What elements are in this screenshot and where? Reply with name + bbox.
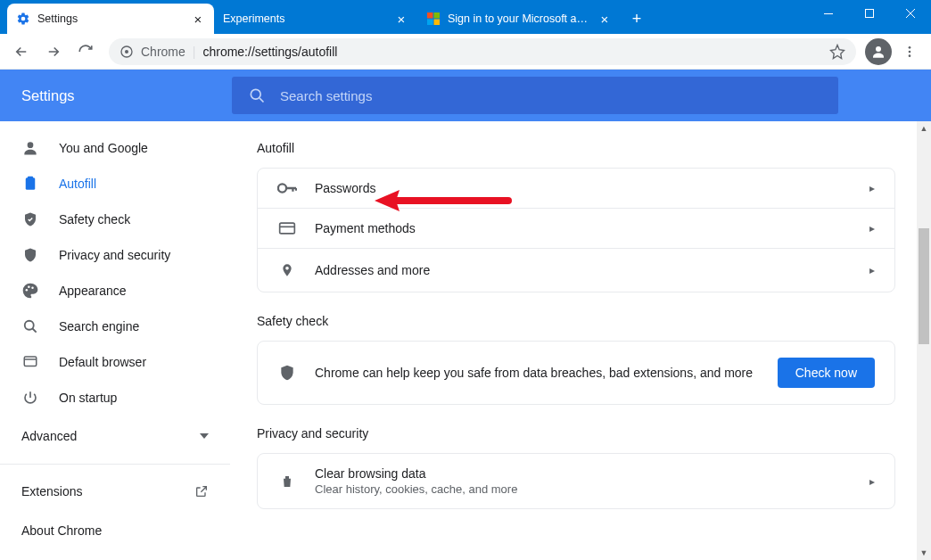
window-title-bar: Settings × Experiments × Sign in to your… <box>0 0 931 34</box>
address-bar[interactable]: Chrome | chrome://settings/autofill <box>109 38 856 65</box>
svg-point-21 <box>278 184 286 192</box>
url-text: chrome://settings/autofill <box>202 45 337 59</box>
sidebar-item-label: You and Google <box>59 141 148 155</box>
forward-button[interactable] <box>39 37 68 66</box>
scroll-up-icon[interactable]: ▲ <box>917 121 931 136</box>
tab-label: Sign in to your Microsoft account <box>448 12 590 25</box>
close-window-button[interactable] <box>890 0 931 27</box>
svg-point-17 <box>28 286 29 289</box>
chevron-right-icon: ▸ <box>869 264 875 276</box>
sidebar-item-you-and-google[interactable]: You and Google <box>0 130 230 166</box>
row-clear-browsing-data[interactable]: Clear browsing data Clear history, cooki… <box>258 454 894 508</box>
row-text: Clear browsing data Clear history, cooki… <box>315 466 852 496</box>
reload-button[interactable] <box>71 37 100 66</box>
sidebar-item-label: Safety check <box>59 212 130 226</box>
tab-experiments[interactable]: Experiments × <box>214 4 417 34</box>
sidebar-item-autofill[interactable]: Autofill <box>0 166 230 202</box>
row-passwords[interactable]: Passwords ▸ <box>258 169 894 209</box>
svg-rect-5 <box>866 10 874 18</box>
sidebar-item-safety-check[interactable]: Safety check <box>0 202 230 237</box>
svg-rect-4 <box>824 13 833 14</box>
sidebar-item-label: Privacy and security <box>59 248 170 262</box>
svg-rect-2 <box>427 20 433 26</box>
chevron-right-icon: ▸ <box>869 475 875 488</box>
scroll-down-icon[interactable]: ▼ <box>917 546 931 560</box>
check-now-button[interactable]: Check now <box>778 358 875 388</box>
sidebar-item-appearance[interactable]: Appearance <box>0 273 230 309</box>
sidebar-item-label: Search engine <box>59 319 139 334</box>
svg-point-16 <box>26 289 29 292</box>
credit-card-icon <box>277 221 297 235</box>
chrome-menu-button[interactable] <box>895 37 924 66</box>
close-icon[interactable]: × <box>191 12 205 26</box>
search-icon <box>248 86 266 104</box>
sidebar-item-privacy[interactable]: Privacy and security <box>0 237 230 273</box>
bookmark-icon[interactable] <box>829 44 845 60</box>
trash-icon <box>277 473 297 490</box>
sidebar-separator <box>0 464 230 465</box>
maximize-button[interactable] <box>849 0 890 27</box>
browser-toolbar: Chrome | chrome://settings/autofill <box>0 34 931 70</box>
site-info-icon[interactable] <box>119 45 134 59</box>
scrollbar[interactable]: ▲ ▼ <box>917 121 931 560</box>
back-button[interactable] <box>7 37 36 66</box>
svg-rect-1 <box>434 12 441 19</box>
tab-settings[interactable]: Settings × <box>7 4 214 34</box>
browser-tabs: Settings × Experiments × Sign in to your… <box>0 2 808 34</box>
row-label: Addresses and more <box>315 263 852 277</box>
chevron-down-icon <box>200 433 209 439</box>
close-icon[interactable]: × <box>597 12 612 26</box>
search-icon <box>21 317 39 335</box>
sidebar-item-search-engine[interactable]: Search engine <box>0 309 230 344</box>
sidebar-advanced-toggle[interactable]: Advanced <box>0 416 230 457</box>
key-icon <box>277 182 297 194</box>
clipboard-icon <box>21 175 39 193</box>
url-divider: | <box>193 45 196 59</box>
svg-rect-22 <box>280 223 295 234</box>
palette-icon <box>21 282 39 300</box>
content-area: Autofill Passwords ▸ Payment methods ▸ A… <box>230 121 931 560</box>
person-icon <box>21 139 39 157</box>
sidebar-about-label: About Chrome <box>21 523 102 538</box>
sidebar-extensions[interactable]: Extensions <box>0 472 230 511</box>
sidebar-advanced-label: Advanced <box>21 429 77 443</box>
sidebar-item-label: Default browser <box>59 355 146 369</box>
profile-avatar[interactable] <box>865 38 892 65</box>
svg-point-7 <box>125 50 128 54</box>
chevron-right-icon: ▸ <box>869 182 875 194</box>
row-payment-methods[interactable]: Payment methods ▸ <box>258 209 894 249</box>
page-title: Settings <box>21 87 232 104</box>
tab-microsoft[interactable]: Sign in to your Microsoft account × <box>417 4 621 34</box>
svg-point-11 <box>909 54 911 57</box>
section-title-privacy: Privacy and security <box>257 426 895 441</box>
row-label: Clear browsing data <box>315 466 852 481</box>
svg-point-9 <box>909 46 911 49</box>
sidebar-item-on-startup[interactable]: On startup <box>0 380 230 416</box>
autofill-card: Passwords ▸ Payment methods ▸ Addresses … <box>257 168 895 292</box>
section-title-safety: Safety check <box>257 314 895 328</box>
minimize-button[interactable] <box>808 0 849 27</box>
row-sublabel: Clear history, cookies, cache, and more <box>315 482 852 496</box>
sidebar-about-chrome[interactable]: About Chrome <box>0 511 230 550</box>
search-input[interactable] <box>280 88 822 103</box>
settings-search[interactable] <box>232 77 838 114</box>
power-icon <box>21 390 39 406</box>
shield-icon <box>277 363 297 383</box>
sidebar-item-default-browser[interactable]: Default browser <box>0 344 230 380</box>
url-scheme: Chrome <box>141 45 185 59</box>
safety-desc: Chrome can help keep you safe from data … <box>315 366 760 380</box>
safety-check-row: Chrome can help keep you safe from data … <box>258 342 894 404</box>
svg-point-18 <box>31 286 34 289</box>
tab-label: Experiments <box>223 12 387 25</box>
row-addresses[interactable]: Addresses and more ▸ <box>258 249 894 292</box>
svg-point-13 <box>28 142 34 148</box>
close-icon[interactable]: × <box>394 12 408 26</box>
scrollbar-thumb[interactable] <box>919 228 929 344</box>
tab-label: Settings <box>37 12 184 25</box>
sidebar-item-label: On startup <box>59 391 117 405</box>
shield-icon <box>21 246 39 264</box>
pin-icon <box>277 261 297 279</box>
svg-rect-15 <box>28 177 33 179</box>
browser-icon <box>21 354 39 370</box>
new-tab-button[interactable]: + <box>624 6 649 31</box>
